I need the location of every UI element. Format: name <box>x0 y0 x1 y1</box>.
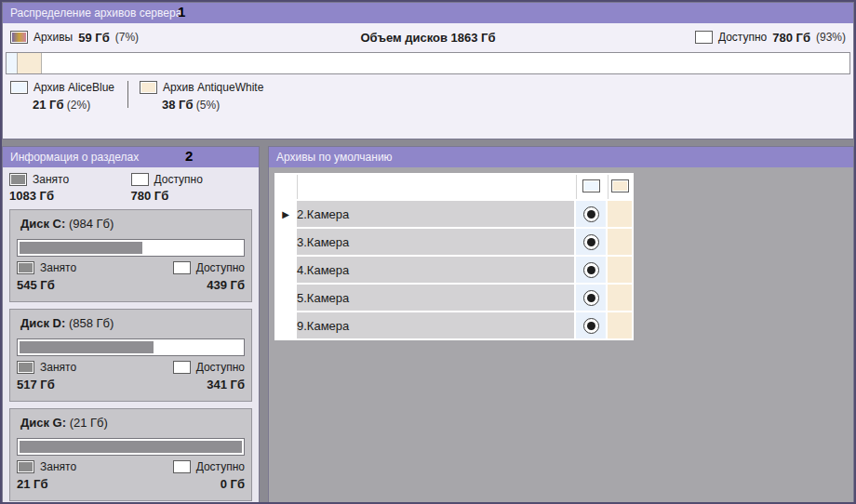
radio-selected-icon[interactable] <box>583 290 599 306</box>
current-row-arrow-icon: ▶ <box>282 209 289 219</box>
used-label: Занято <box>33 173 69 186</box>
partition-info-title: Информация о разделах <box>10 151 139 164</box>
free-chip-icon <box>131 173 149 186</box>
antiquewhite-option-cell[interactable] <box>608 229 632 255</box>
antiquewhite-column-icon <box>611 179 629 192</box>
usage-bar-segment-antiquewhite <box>18 53 42 73</box>
antiquewhite-column-header <box>608 175 632 199</box>
table-row[interactable]: 4.Камера <box>276 257 632 283</box>
radio-selected-icon[interactable] <box>583 234 599 250</box>
row-selector-header <box>276 175 295 199</box>
table-header-row <box>276 175 632 199</box>
disk-free-value: 341 Гб <box>207 378 245 391</box>
disk-capacity: (21 Гб) <box>70 416 108 430</box>
disk-capacity: (984 Гб) <box>69 217 114 231</box>
used-chip-icon <box>17 361 34 374</box>
archives-value: 59 Гб <box>78 31 109 45</box>
partition-info-header: Информация о разделах 2 <box>3 147 259 167</box>
free-total: 780 Гб <box>131 189 253 203</box>
aliceblue-column-header <box>576 175 606 199</box>
server-usage-bar <box>6 52 850 74</box>
camera-name-cell[interactable]: 9.Камера <box>297 312 574 338</box>
archive-name: Архив AntiqueWhite <box>163 81 263 94</box>
free-chip-icon <box>173 361 191 374</box>
panel-default-archives: Архивы по умолчанию ▶ 2.Камера <box>268 146 854 504</box>
archive-radio-cell[interactable] <box>576 201 606 227</box>
archive-percent: (5%) <box>196 99 220 112</box>
camera-name-cell[interactable]: 4.Камера <box>297 257 574 283</box>
default-archives-title: Архивы по умолчанию <box>276 151 393 164</box>
row-selector-cell[interactable] <box>276 285 295 311</box>
row-selector-cell[interactable] <box>276 312 295 338</box>
archive-percent: (2%) <box>67 99 90 112</box>
used-label: Занято <box>40 460 76 473</box>
disk-free-value: 0 Гб <box>221 477 245 491</box>
radio-selected-icon[interactable] <box>583 318 599 334</box>
free-label: Доступно <box>196 460 245 473</box>
table-row[interactable]: 5.Камера <box>276 285 632 311</box>
disk-usage-bar <box>17 438 245 456</box>
disk-name: Диск G: <box>20 416 66 430</box>
available-chip-icon <box>695 31 713 44</box>
legend-divider <box>127 81 128 108</box>
used-chip-icon <box>17 460 34 473</box>
disk-usage-fill <box>20 242 142 254</box>
default-archives-header: Архивы по умолчанию <box>269 147 853 167</box>
callout-badge-2: 2 <box>185 148 193 164</box>
archive-size: 21 Гб <box>33 98 63 112</box>
table-row[interactable]: 9.Камера <box>276 312 632 338</box>
archive-legend-aliceblue: Архив AliceBlue 21 Гб (2%) <box>10 81 114 112</box>
camera-name-header <box>297 175 574 199</box>
panel-partition-info: Информация о разделах 2 Занято Доступно … <box>2 146 260 504</box>
radio-selected-icon[interactable] <box>583 206 599 222</box>
archive-distribution-header: Распределение архивов сервера 1 <box>3 3 853 23</box>
table-row[interactable]: ▶ 2.Камера <box>276 201 632 227</box>
disk-box-d: Диск D: (858 Гб) Занято Доступно 517 Гб … <box>9 309 252 402</box>
archive-radio-cell[interactable] <box>576 285 606 311</box>
archives-percent: (7%) <box>115 31 139 44</box>
archive-distribution-title: Распределение архивов сервера <box>10 7 181 20</box>
archive-summary-row: Архивы 59 Гб (7%) Объем дисков 1863 Гб Д… <box>10 26 846 48</box>
antiquewhite-option-cell[interactable] <box>608 285 632 311</box>
row-selector-cell[interactable]: ▶ <box>276 201 295 227</box>
archive-legend-list: Архив AliceBlue 21 Гб (2%) Архив Antique… <box>10 81 853 112</box>
table-row[interactable]: 3.Камера <box>276 229 632 255</box>
disk-box-c: Диск C: (984 Гб) Занято Доступно 545 Гб … <box>9 209 252 302</box>
disk-usage-bar <box>17 338 245 356</box>
antiquewhite-option-cell[interactable] <box>608 201 632 227</box>
callout-badge-1: 1 <box>178 4 185 20</box>
disk-used-value: 545 Гб <box>17 278 55 292</box>
radio-selected-icon[interactable] <box>583 262 599 278</box>
camera-name-cell[interactable]: 2.Камера <box>297 201 574 227</box>
camera-name-cell[interactable]: 5.Камера <box>297 285 574 311</box>
free-label: Доступно <box>196 361 245 374</box>
server-archive-window: Распределение архивов сервера 1 Архивы 5… <box>0 0 856 504</box>
available-value: 780 Гб <box>772 31 810 45</box>
disk-free-value: 439 Гб <box>207 278 245 292</box>
used-total: 1083 Гб <box>9 189 131 203</box>
camera-name-cell[interactable]: 3.Камера <box>297 229 574 255</box>
disk-usage-fill <box>20 441 242 453</box>
archives-gradient-icon <box>10 31 28 44</box>
row-selector-cell[interactable] <box>276 257 295 283</box>
archive-radio-cell[interactable] <box>576 312 606 338</box>
row-selector-cell[interactable] <box>276 229 295 255</box>
available-legend-item: Доступно 780 Гб (93%) <box>695 31 846 45</box>
archive-legend-antiquewhite: Архив AntiqueWhite 38 Гб (5%) <box>140 81 263 112</box>
archives-label: Архивы <box>33 31 73 44</box>
disk-volume-total: Объем дисков 1863 Гб <box>360 31 495 45</box>
archive-size: 38 Гб <box>162 98 193 112</box>
disk-box-g: Диск G: (21 Гб) Занято Доступно 21 Гб 0 … <box>9 408 252 501</box>
antiquewhite-option-cell[interactable] <box>608 312 632 338</box>
antiquewhite-option-cell[interactable] <box>608 257 632 283</box>
disk-usage-bar <box>17 239 245 257</box>
used-label: Занято <box>40 261 76 274</box>
antiquewhite-chip-icon <box>140 81 157 94</box>
archive-name: Архив AliceBlue <box>33 81 114 94</box>
archive-radio-cell[interactable] <box>576 229 606 255</box>
disk-usage-fill <box>20 341 154 353</box>
panel-archive-distribution: Распределение архивов сервера 1 Архивы 5… <box>2 2 854 139</box>
usage-bar-segment-aliceblue <box>7 53 18 73</box>
archive-radio-cell[interactable] <box>576 257 606 283</box>
aliceblue-column-icon <box>582 179 600 192</box>
